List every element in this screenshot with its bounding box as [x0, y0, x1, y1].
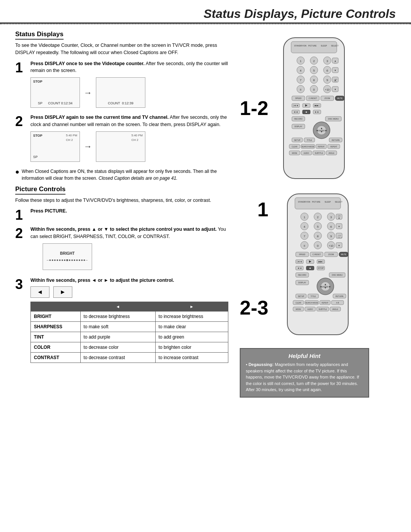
bottom-remote-section: 1 2-3 STANDBY/ON PICTURE SLEEP SELECT 1: [240, 192, 369, 337]
page: Status Displays, Picture Controls Status…: [0, 0, 411, 532]
svg-text:PICTURE: PICTURE: [312, 201, 321, 203]
svg-text:3: 3: [330, 216, 332, 219]
table-cell-right: to brighten color: [155, 342, 228, 353]
svg-text:C.RESET: C.RESET: [312, 253, 321, 256]
svg-text:STANDBY/ON: STANDBY/ON: [298, 201, 311, 203]
svg-text:▼: ▼: [334, 88, 336, 91]
svg-text:SEARCH MODE: SEARCH MODE: [305, 302, 318, 304]
bright-label: BRIGHT: [60, 251, 75, 256]
svg-text:SETUP: SETUP: [298, 295, 304, 297]
step-2: 2 Press DISPLAY again to see the current…: [15, 114, 228, 164]
svg-text:▶▶|: ▶▶|: [319, 260, 323, 263]
svg-text:A-B: A-B: [336, 302, 339, 304]
svg-text:1: 1: [304, 216, 306, 219]
svg-text:CLEAR: CLEAR: [292, 146, 298, 148]
svg-text:3: 3: [327, 59, 328, 63]
bottom-remote: STANDBY/ON PICTURE SLEEP SELECT 1 2 3 CH…: [276, 192, 369, 337]
step-2-screens: STOP 5:40 PMCH 2 SP → 5:40 PMCH 2: [30, 131, 228, 162]
pc-step-2-number: 2: [15, 227, 27, 240]
svg-text:4: 4: [304, 225, 306, 228]
svg-text:SETUP: SETUP: [294, 139, 301, 141]
main-content: Status Displays To see the Videotape Cou…: [0, 24, 411, 401]
bullet-item: ● When Closed Captions are ON, the statu…: [15, 168, 228, 182]
right-column: 1-2 STANDBY/ON PICTURE SLEEP SELECT: [236, 24, 377, 401]
screen-2a-tr: 5:40 PMCH 2: [66, 133, 77, 142]
step-1-screens: STOP SP COUNT 0:12:34 → COUNT 0:12:39: [30, 77, 228, 108]
svg-text:▶: ▶: [305, 104, 308, 107]
pc-step-3-content: Within five seconds, press ◄ or ► to adj…: [30, 277, 228, 363]
step-2-content: Press DISPLAY again to see the current t…: [30, 114, 228, 164]
step-1: 1 Press DISPLAY once to see the Videotap…: [15, 60, 228, 110]
col-left-header: ◄: [80, 302, 155, 312]
pc-step-3: 3 Within five seconds, press ◄ or ► to a…: [15, 277, 228, 363]
screen-1b-bottom: COUNT 0:12:39: [96, 101, 145, 106]
svg-text:■: ■: [306, 111, 307, 113]
step-1-content: Press DISPLAY once to see the Videotape …: [30, 60, 228, 110]
svg-text:6: 6: [327, 69, 328, 72]
table-row: BRIGHTto decrease brightnessto increase …: [31, 312, 228, 322]
pc-step-2-content: Within five seconds, press ▲ or ▼ to sel…: [30, 226, 228, 273]
bright-bar-chars: –●●●●●●●■●●●●●●●–: [47, 258, 88, 263]
svg-text:4: 4: [300, 69, 302, 72]
svg-text:+10: +10: [329, 244, 333, 247]
svg-text:▲: ▲: [338, 217, 340, 219]
svg-text:AUDIO: AUDIO: [304, 152, 309, 154]
svg-text:DISC MENU: DISC MENU: [328, 118, 339, 120]
right-arrow-box: ►: [53, 286, 72, 298]
table-cell-label: SHARPNESS: [31, 322, 81, 332]
svg-text:◄: ◄: [316, 129, 319, 132]
svg-text:5: 5: [317, 225, 319, 228]
screen-box-1b: COUNT 0:12:39: [96, 77, 145, 108]
svg-text:TITLE: TITLE: [307, 139, 312, 141]
svg-text:►: ►: [329, 285, 331, 288]
table-cell-left: to decrease brightness: [80, 312, 155, 322]
picture-controls-intro: Follow these steps to adjust the TV/VCR/…: [15, 197, 228, 204]
status-displays-section: Status Displays To see the Videotape Cou…: [15, 30, 228, 182]
svg-text:▲: ▲: [324, 283, 327, 286]
svg-text:VOL: VOL: [334, 80, 337, 82]
svg-text:▼: ▼: [338, 244, 340, 247]
arrows-row: ◄ ►: [30, 286, 228, 298]
bottom-label-23: 2-3: [240, 298, 272, 318]
svg-text:MODE: MODE: [292, 152, 297, 154]
screen-2a-tl: STOP: [33, 133, 42, 139]
svg-text:SPEED: SPEED: [295, 97, 302, 99]
helpful-hint-body: • Degaussing: Magnetism from nearby appl…: [246, 361, 363, 393]
table-cell-label: TINT: [31, 332, 81, 342]
svg-text:RETURN: RETURN: [332, 139, 340, 141]
screen-box-2b: 5:40 PMCH 2: [96, 131, 145, 162]
table-header-row: ◄ ►: [31, 302, 228, 312]
pc-step-2-bold: Within five seconds, press ▲ or ▼ to sel…: [30, 227, 217, 232]
svg-text:◄: ◄: [320, 285, 322, 288]
svg-text:ZOOM: ZOOM: [328, 253, 334, 256]
svg-text:▼: ▼: [334, 69, 336, 72]
svg-text:■: ■: [309, 267, 311, 269]
table-cell-right: to add green: [155, 332, 228, 342]
svg-text:DISPLAY: DISPLAY: [295, 125, 303, 128]
table-cell-right: to increase brightness: [155, 312, 228, 322]
table-row: SHARPNESSto make softto make clear: [31, 322, 228, 332]
svg-text:0: 0: [317, 244, 319, 248]
svg-text:VOL ▲: VOL ▲: [338, 236, 342, 238]
arrow-icon-2: →: [84, 140, 92, 153]
svg-rect-1: [291, 42, 337, 53]
svg-text:2: 2: [317, 216, 319, 219]
left-column: Status Displays To see the Videotape Cou…: [0, 24, 236, 401]
svg-text:C.RESET: C.RESET: [309, 97, 317, 99]
top-remote-label: 1-2: [240, 98, 272, 118]
svg-text:RETURN: RETURN: [336, 295, 344, 297]
svg-text:REPEAT: REPEAT: [322, 302, 328, 304]
top-remote: STANDBY/ON PICTURE SLEEP SELECT 1 2 3 ▲: [272, 36, 369, 181]
remote-svg-bottom: STANDBY/ON PICTURE SLEEP SELECT 1 2 3 CH…: [276, 192, 360, 337]
table-row: TINTto add purpleto add green: [31, 332, 228, 342]
svg-text:CH: CH: [334, 62, 337, 64]
svg-text:CLEAR: CLEAR: [296, 302, 302, 304]
svg-text:|◄◄: |◄◄: [297, 260, 302, 263]
svg-text:SPEED: SPEED: [299, 253, 306, 256]
svg-text:+10: +10: [325, 88, 330, 91]
step-1-number: 1: [15, 61, 27, 75]
svg-text:▲: ▲: [320, 127, 323, 129]
screen-1a-bottom: SP COUNT 0:12:34: [31, 101, 80, 106]
svg-text:0: 0: [313, 88, 315, 91]
svg-text:SEARCH MODE: SEARCH MODE: [301, 146, 314, 148]
